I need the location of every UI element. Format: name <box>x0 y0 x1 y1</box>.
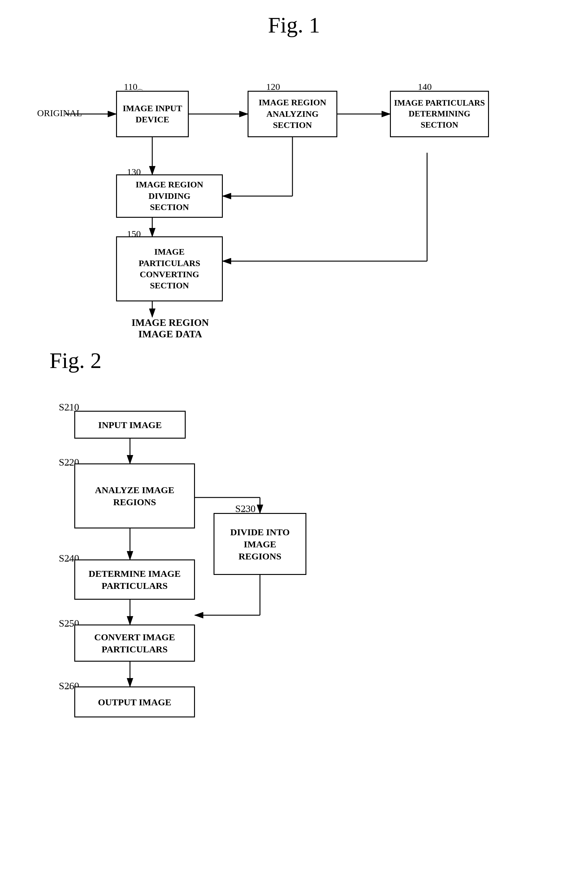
convert-image-particulars-box: CONVERT IMAGE PARTICULARS <box>74 625 195 662</box>
fig1-section: Fig. 1 <box>25 12 563 323</box>
image-region-dividing-box: IMAGE REGION DIVIDING SECTION <box>116 175 223 218</box>
fig2-title: Fig. 2 <box>25 348 563 373</box>
image-particulars-converting-box: IMAGE PARTICULARS CONVERTING SECTION <box>116 236 223 301</box>
analyze-image-regions-box: ANALYZE IMAGE REGIONS <box>74 464 195 528</box>
fig1-title: Fig. 1 <box>25 12 563 38</box>
ref-120: 120 <box>266 81 280 92</box>
divide-into-image-regions-box: DIVIDE INTO IMAGE REGIONS <box>213 513 306 575</box>
original-label: ORIGINAL <box>37 108 82 118</box>
page: Fig. 1 <box>0 0 588 776</box>
image-region-analyzing-box: IMAGE REGION ANALYZING SECTION <box>248 91 338 137</box>
fig2-section: Fig. 2 <box>25 348 563 764</box>
image-input-device-box: IMAGE INPUT DEVICE <box>116 91 189 137</box>
ref-110: 110 <box>124 81 137 92</box>
input-image-box: INPUT IMAGE <box>74 411 186 439</box>
output-image-box: OUTPUT IMAGE <box>74 686 195 717</box>
image-region-data-label: IMAGE REGION IMAGE DATA <box>124 317 217 340</box>
ref-140: 140 <box>418 81 432 92</box>
determine-image-particulars-box: DETERMINE IMAGE PARTICULARS <box>74 560 195 600</box>
image-particulars-determining-box: IMAGE PARTICULARS DETERMINING SECTION <box>390 91 489 137</box>
